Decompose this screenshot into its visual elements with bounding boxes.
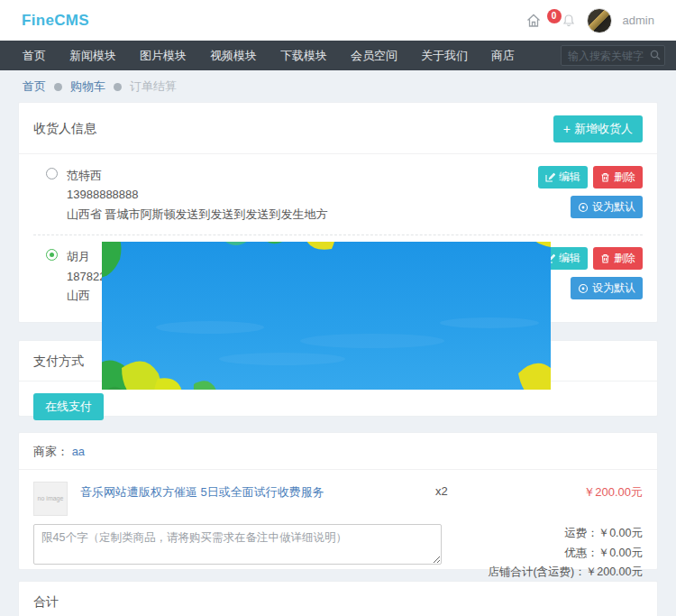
logo[interactable]: FineCMS: [22, 12, 89, 30]
breadcrumb-cart[interactable]: 购物车: [70, 78, 105, 95]
floating-product-image[interactable]: [102, 242, 551, 390]
breadcrumb-separator-icon: [54, 83, 62, 91]
set-default-button[interactable]: 设为默认: [571, 196, 643, 218]
nav-item-images[interactable]: 图片模块: [128, 41, 198, 70]
merchant-name-link[interactable]: aa: [72, 445, 85, 458]
total-card: 合计 应付总额： ￥200.00元 ￥ 提交订单: [18, 581, 658, 616]
total-title: 合计: [33, 594, 643, 611]
home-icon[interactable]: [525, 13, 542, 29]
nav-item-shop[interactable]: 商店: [480, 41, 526, 70]
order-note-input[interactable]: [33, 524, 442, 565]
address-name: 范特西: [67, 166, 328, 185]
address-row-1: 范特西 13988888888 山西省 晋城市阿斯顿发送到发送到发送到发生地方 …: [33, 154, 643, 234]
breadcrumb-checkout: 订单结算: [130, 78, 177, 95]
address-radio-1[interactable]: [46, 168, 58, 179]
online-payment-button[interactable]: 在线支付: [33, 393, 104, 420]
product-quantity: x2: [435, 482, 544, 498]
trash-icon: [600, 253, 610, 263]
product-price: ￥200.00元: [544, 482, 643, 501]
product-row: no image 音乐网站遭版权方催逼 5日或全面试行收费服务 x2 ￥200.…: [33, 482, 643, 516]
breadcrumb: 首页 购物车 订单结算: [0, 70, 676, 102]
nav-item-members[interactable]: 会员空间: [339, 41, 409, 70]
search-icon[interactable]: [649, 49, 662, 61]
address-detail: 山西省 晋城市阿斯顿发送到发送到发送到发生地方: [67, 205, 328, 224]
plus-icon: +: [563, 123, 571, 135]
nav-item-about[interactable]: 关于我们: [409, 41, 480, 70]
trash-icon: [600, 172, 610, 182]
merchant-card: 商家： aa no image 音乐网站遭版权方催逼 5日或全面试行收费服务 x…: [18, 432, 658, 570]
edit-address-button[interactable]: 编辑: [538, 166, 588, 188]
nav-item-home[interactable]: 首页: [23, 41, 58, 70]
delete-address-button[interactable]: 删除: [593, 166, 643, 188]
summary-shop-total: 店铺合计(含运费)：￥200.00元: [488, 563, 643, 583]
merchant-label: 商家：: [33, 445, 69, 458]
address-radio-2[interactable]: [46, 249, 58, 261]
nav-item-news[interactable]: 新闻模块: [58, 41, 128, 70]
breadcrumb-separator-icon: [114, 83, 122, 91]
main-nav: 首页 新闻模块 图片模块 视频模块 下载模块 会员空间 关于我们 商店: [0, 41, 676, 70]
top-header: FineCMS 0 admin: [0, 0, 676, 41]
avatar[interactable]: [587, 8, 612, 33]
product-title-link[interactable]: 音乐网站遭版权方催逼 5日或全面试行收费服务: [80, 484, 324, 501]
add-recipient-button[interactable]: + 新增收货人: [553, 115, 643, 143]
target-icon: [578, 202, 589, 213]
bell-icon: [562, 14, 576, 28]
summary-shipping: 运费：￥0.00元: [488, 524, 643, 544]
recipient-title: 收货人信息: [33, 121, 96, 137]
divider: [19, 469, 657, 470]
delete-address-button[interactable]: 删除: [593, 247, 643, 270]
edit-icon: [545, 172, 555, 182]
summary-discount: 优惠：￥0.00元: [488, 544, 643, 564]
shop-summary: 运费：￥0.00元 优惠：￥0.00元 店铺合计(含运费)：￥200.00元: [488, 524, 643, 584]
address-phone: 13988888888: [67, 185, 328, 204]
nav-item-videos[interactable]: 视频模块: [198, 41, 269, 70]
product-thumbnail[interactable]: no image: [33, 482, 68, 516]
breadcrumb-home[interactable]: 首页: [23, 78, 46, 95]
notification-badge: 0: [547, 9, 562, 23]
username[interactable]: admin: [623, 14, 654, 27]
set-default-button[interactable]: 设为默认: [571, 277, 643, 299]
target-icon: [578, 283, 589, 294]
notifications[interactable]: 0: [553, 11, 576, 31]
nav-item-downloads[interactable]: 下载模块: [269, 41, 339, 70]
